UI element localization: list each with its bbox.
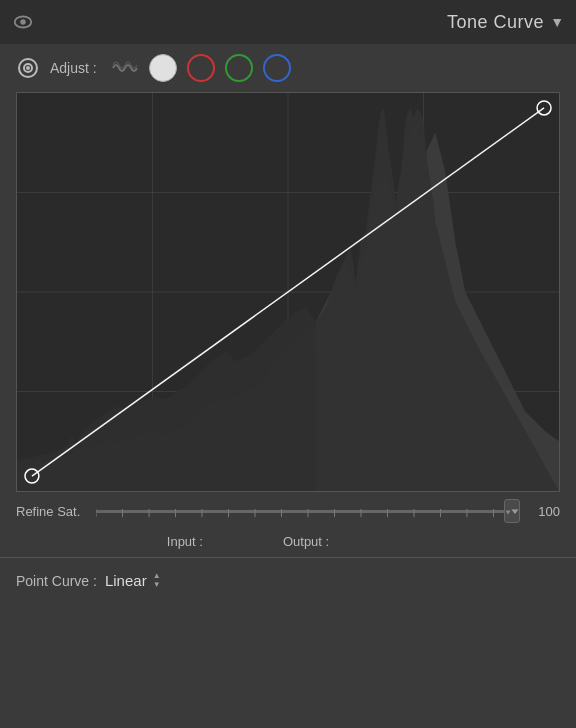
channel-rgb-button[interactable] bbox=[111, 54, 139, 82]
point-curve-value: Linear bbox=[105, 572, 147, 589]
header: Tone Curve ▼ bbox=[0, 0, 576, 44]
refine-sat-label: Refine Sat. bbox=[16, 504, 86, 519]
input-output-row: Input : Output : bbox=[0, 530, 576, 557]
svg-marker-31 bbox=[506, 510, 511, 514]
dropdown-arrow[interactable]: ▼ bbox=[550, 14, 564, 30]
point-curve-select[interactable]: Linear ▲ ▼ bbox=[105, 572, 161, 589]
svg-point-1 bbox=[20, 19, 26, 25]
output-label: Output : bbox=[283, 534, 329, 549]
select-arrow-up-icon: ▲ bbox=[153, 572, 161, 580]
channel-green-button[interactable] bbox=[225, 54, 253, 82]
thumb-icon bbox=[505, 504, 511, 518]
panel-title: Tone Curve bbox=[447, 12, 544, 33]
input-label: Input : bbox=[167, 534, 203, 549]
header-right: Tone Curve ▼ bbox=[447, 12, 564, 33]
curve-container bbox=[16, 92, 560, 492]
channel-white-button[interactable] bbox=[149, 54, 177, 82]
refine-track[interactable] bbox=[96, 510, 520, 513]
target-icon[interactable] bbox=[16, 56, 40, 80]
channel-red-button[interactable] bbox=[187, 54, 215, 82]
select-arrows: ▲ ▼ bbox=[153, 572, 161, 589]
channel-blue-button[interactable] bbox=[263, 54, 291, 82]
refine-slider-wrap bbox=[96, 502, 520, 520]
footer: Point Curve : Linear ▲ ▼ bbox=[0, 558, 576, 603]
refine-thumb[interactable] bbox=[504, 499, 520, 523]
refine-value: 100 bbox=[530, 504, 560, 519]
point-curve-label: Point Curve : bbox=[16, 573, 97, 589]
refine-row: Refine Sat. bbox=[0, 492, 576, 530]
select-arrow-down-icon: ▼ bbox=[153, 581, 161, 589]
svg-point-4 bbox=[27, 67, 29, 69]
rgb-wavy-icon bbox=[112, 55, 138, 81]
header-left bbox=[12, 11, 34, 33]
curve-canvas[interactable] bbox=[16, 92, 560, 492]
eye-icon[interactable] bbox=[12, 11, 34, 33]
refine-ticks bbox=[96, 505, 520, 519]
toolbar: Adjust : bbox=[0, 44, 576, 92]
curve-svg bbox=[17, 93, 559, 491]
adjust-label: Adjust : bbox=[50, 60, 97, 76]
